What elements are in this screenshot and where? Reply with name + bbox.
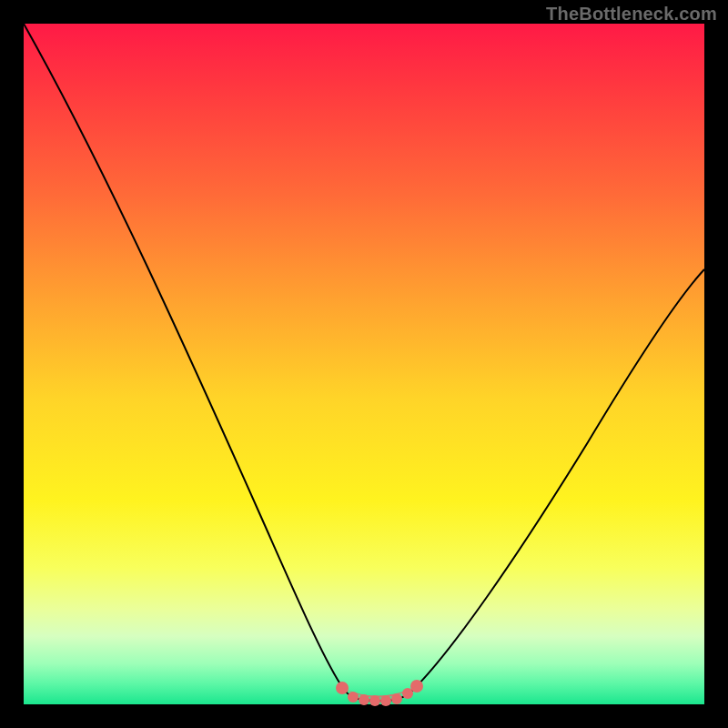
bottleneck-curve-path [24, 24, 704, 701]
chart-svg [24, 24, 704, 704]
dot-band [336, 680, 423, 706]
watermark-text: TheBottleneck.com [546, 4, 717, 25]
chart-frame: TheBottleneck.com [0, 0, 728, 728]
